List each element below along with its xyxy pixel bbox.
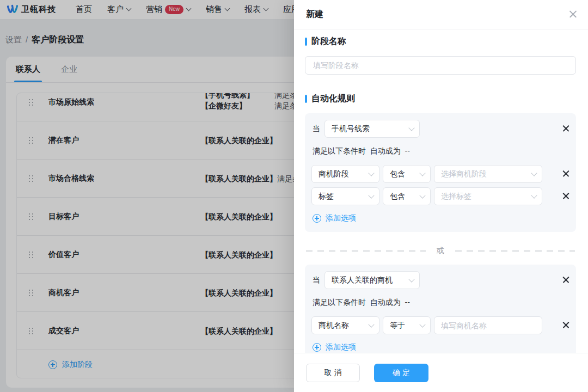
- drawer-header: 新建: [294, 0, 588, 29]
- stage-name-input[interactable]: [305, 56, 576, 75]
- add-option-label: 添加选项: [326, 342, 356, 352]
- confirm-button[interactable]: 确 定: [374, 364, 428, 382]
- when-row: 当 手机号线索: [311, 120, 569, 138]
- value-input[interactable]: [434, 316, 542, 334]
- section-accent-bar: [305, 95, 307, 103]
- remove-condition-button[interactable]: [562, 170, 569, 179]
- dashed-line: [306, 250, 426, 252]
- chevron-down-icon: [419, 321, 425, 327]
- close-button[interactable]: [569, 10, 577, 20]
- add-option-button[interactable]: 添加选项: [313, 342, 569, 352]
- when-select[interactable]: 联系人关联的商机: [324, 271, 420, 289]
- chevron-down-icon: [419, 170, 425, 176]
- operator-select-value: 等于: [390, 321, 405, 330]
- add-option-label: 添加选项: [326, 213, 356, 223]
- when-select-value: 联系人关联的商机: [332, 275, 393, 285]
- or-divider: 或: [306, 246, 575, 256]
- field-select-value: 标签: [318, 192, 334, 201]
- section-accent-bar: [305, 38, 307, 46]
- when-select[interactable]: 手机号线索: [324, 120, 420, 138]
- chevron-down-icon: [408, 125, 414, 131]
- remove-rule-button[interactable]: [562, 125, 569, 133]
- cancel-button[interactable]: 取 消: [306, 364, 360, 382]
- close-icon: [562, 170, 569, 177]
- chevron-down-icon: [408, 276, 414, 282]
- close-icon: [562, 276, 569, 283]
- field-select-value: 商机阶段: [318, 169, 349, 179]
- condition-row: 标签 包含 选择标签: [311, 187, 569, 205]
- rule-card: 当 手机号线索 满足以下条件时 自动成为 -- 商机阶段 包含: [305, 113, 576, 232]
- section-title: 自动化规则: [311, 93, 355, 105]
- plus-circle-icon: [313, 343, 321, 352]
- drawer-body: 阶段名称 自动化规则 当 手机号线索 满足以下条件时 自动成为 --: [294, 29, 588, 353]
- field-select-value: 商机名称: [318, 321, 349, 330]
- field-select[interactable]: 商机名称: [311, 316, 379, 334]
- section-stage-name: 阶段名称: [305, 36, 576, 47]
- when-row: 当 联系人关联的商机: [311, 271, 569, 289]
- rule-intro-text: 满足以下条件时 自动成为 --: [313, 146, 569, 156]
- condition-row: 商机名称 等于: [311, 316, 569, 334]
- operator-select[interactable]: 包含: [383, 165, 431, 183]
- when-label: 当: [313, 275, 320, 285]
- when-select-value: 手机号线索: [332, 124, 370, 134]
- remove-condition-button[interactable]: [562, 192, 569, 201]
- rule-card: 当 联系人关联的商机 满足以下条件时 自动成为 -- 商机名称 等于: [305, 265, 576, 353]
- condition-row: 商机阶段 包含 选择商机阶段: [311, 165, 569, 183]
- field-select[interactable]: 商机阶段: [311, 165, 379, 183]
- dashed-line: [455, 250, 575, 252]
- operator-select-value: 包含: [390, 192, 405, 201]
- add-option-button[interactable]: 添加选项: [313, 213, 569, 223]
- close-icon: [569, 10, 577, 18]
- remove-condition-button[interactable]: [562, 321, 569, 330]
- chevron-down-icon: [368, 192, 374, 198]
- drawer-title: 新建: [306, 9, 323, 20]
- plus-circle-icon: [313, 214, 321, 223]
- close-icon: [562, 192, 569, 199]
- drawer-footer: 取 消 确 定: [294, 353, 588, 392]
- chevron-down-icon: [368, 170, 374, 176]
- new-stage-drawer: 新建 阶段名称 自动化规则 当 手机号线索: [294, 0, 588, 392]
- operator-select[interactable]: 等于: [383, 316, 431, 334]
- operator-select-value: 包含: [390, 169, 405, 179]
- rule-intro-text: 满足以下条件时 自动成为 --: [313, 298, 569, 308]
- field-select[interactable]: 标签: [311, 187, 379, 205]
- or-label: 或: [437, 246, 444, 256]
- value-select[interactable]: 选择标签: [434, 187, 542, 205]
- chevron-down-icon: [531, 192, 537, 198]
- chevron-down-icon: [368, 321, 374, 327]
- chevron-down-icon: [531, 170, 537, 176]
- operator-select[interactable]: 包含: [383, 187, 431, 205]
- when-label: 当: [313, 124, 320, 134]
- section-title: 阶段名称: [311, 36, 346, 47]
- section-automation: 自动化规则: [305, 93, 576, 105]
- value-select-placeholder: 选择商机阶段: [441, 169, 487, 179]
- close-icon: [562, 125, 569, 132]
- remove-rule-button[interactable]: [562, 276, 569, 285]
- value-select[interactable]: 选择商机阶段: [434, 165, 542, 183]
- close-icon: [562, 321, 569, 328]
- chevron-down-icon: [419, 192, 425, 198]
- value-select-placeholder: 选择标签: [441, 192, 471, 201]
